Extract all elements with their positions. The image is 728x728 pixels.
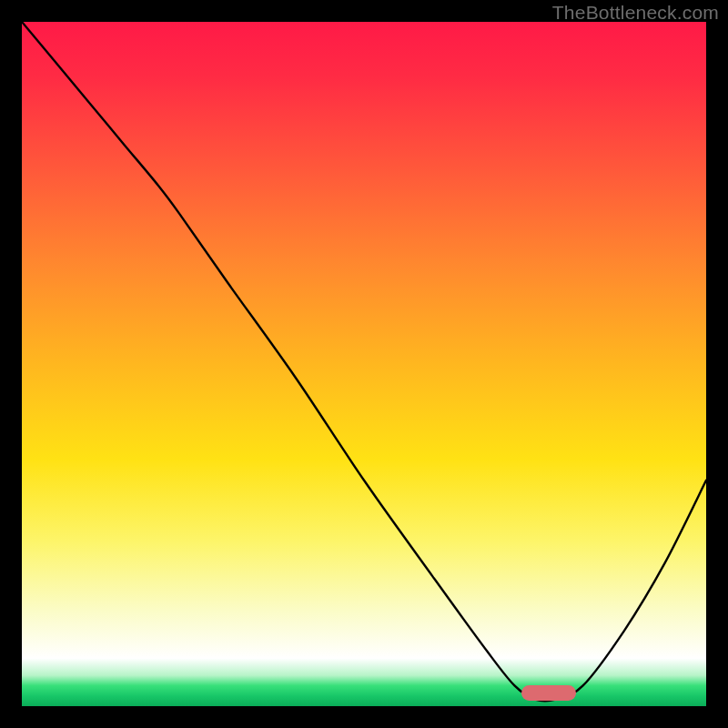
optimal-range-marker <box>521 685 576 701</box>
watermark-text: TheBottleneck.com <box>552 2 719 24</box>
chart-frame: TheBottleneck.com <box>0 0 728 728</box>
plot-area <box>22 22 706 706</box>
bottleneck-curve <box>22 22 706 706</box>
